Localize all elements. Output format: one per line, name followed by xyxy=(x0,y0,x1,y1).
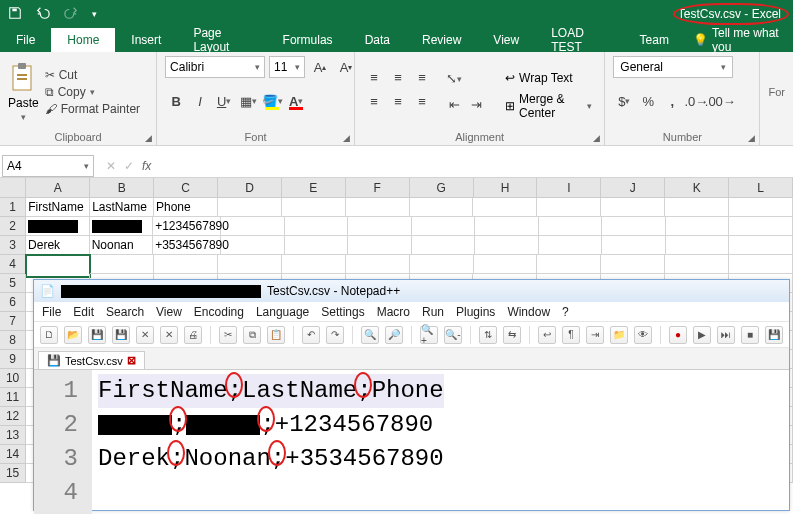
align-middle-button[interactable]: ≡ xyxy=(387,67,409,89)
npp-menu-help[interactable]: ? xyxy=(562,305,569,319)
italic-button[interactable]: I xyxy=(189,90,211,112)
decrease-font-button[interactable]: A▾ xyxy=(335,56,357,78)
npp-wrap-icon[interactable]: ↩ xyxy=(538,326,556,344)
cell[interactable] xyxy=(221,236,285,255)
cell[interactable] xyxy=(474,255,538,274)
npp-open-icon[interactable]: 📂 xyxy=(64,326,82,344)
cell[interactable] xyxy=(410,255,474,274)
col-head[interactable]: H xyxy=(474,178,538,198)
tell-me-search[interactable]: 💡 Tell me what you xyxy=(685,28,793,52)
cell[interactable]: +3534567890 xyxy=(153,236,221,255)
npp-code-area[interactable]: FirstName;LastName;Phone ;;+1234567890 D… xyxy=(92,370,450,514)
cell[interactable] xyxy=(412,236,476,255)
npp-close-icon[interactable]: ✕ xyxy=(136,326,154,344)
tab-load-test[interactable]: LOAD TEST xyxy=(535,28,623,52)
npp-menu-language[interactable]: Language xyxy=(256,305,309,319)
npp-title-bar[interactable]: 📄 TestCsv.csv - Notepad++ xyxy=(34,280,789,302)
row-head[interactable]: 8 xyxy=(0,331,26,350)
number-format-select[interactable]: General▾ xyxy=(613,56,733,78)
npp-menu-plugins[interactable]: Plugins xyxy=(456,305,495,319)
copy-button[interactable]: ⧉Copy▾ xyxy=(45,85,140,99)
cell[interactable] xyxy=(729,198,793,217)
dialog-launcher-icon[interactable]: ◢ xyxy=(343,133,350,143)
npp-zoomin-icon[interactable]: 🔍+ xyxy=(420,326,438,344)
cell[interactable] xyxy=(539,236,603,255)
col-head[interactable]: J xyxy=(601,178,665,198)
npp-menu-macro[interactable]: Macro xyxy=(377,305,410,319)
npp-menu-encoding[interactable]: Encoding xyxy=(194,305,244,319)
cell[interactable] xyxy=(602,217,666,236)
cell[interactable] xyxy=(729,255,793,274)
cell[interactable] xyxy=(475,236,539,255)
cell[interactable] xyxy=(539,217,603,236)
col-head[interactable]: F xyxy=(346,178,410,198)
npp-sync2-icon[interactable]: ⇆ xyxy=(503,326,521,344)
npp-menu-search[interactable]: Search xyxy=(106,305,144,319)
enter-formula-icon[interactable]: ✓ xyxy=(124,159,134,173)
paste-dropdown-icon[interactable]: ▾ xyxy=(21,112,26,122)
cell[interactable] xyxy=(90,255,154,274)
npp-menu-edit[interactable]: Edit xyxy=(73,305,94,319)
align-right-button[interactable]: ≡ xyxy=(411,91,433,113)
underline-button[interactable]: U▾ xyxy=(213,90,235,112)
row-head[interactable]: 10 xyxy=(0,369,26,388)
row-head[interactable]: 6 xyxy=(0,293,26,312)
col-head[interactable]: E xyxy=(282,178,346,198)
row-head[interactable]: 3 xyxy=(0,236,26,255)
cell[interactable] xyxy=(537,255,601,274)
row-head[interactable]: 14 xyxy=(0,445,26,464)
cell[interactable] xyxy=(601,255,665,274)
cell[interactable] xyxy=(665,198,729,217)
cell[interactable] xyxy=(475,217,539,236)
npp-new-icon[interactable]: 🗋 xyxy=(40,326,58,344)
font-name-select[interactable]: Calibri▾ xyxy=(165,56,265,78)
dialog-launcher-icon[interactable]: ◢ xyxy=(748,133,755,143)
npp-indent-icon[interactable]: ⇥ xyxy=(586,326,604,344)
save-icon[interactable] xyxy=(8,6,22,23)
cell[interactable] xyxy=(282,255,346,274)
npp-playmulti-icon[interactable]: ⏭ xyxy=(717,326,735,344)
cell[interactable] xyxy=(218,255,282,274)
dialog-launcher-icon[interactable]: ◢ xyxy=(593,133,600,143)
cell[interactable]: LastName xyxy=(90,198,154,217)
cell[interactable] xyxy=(218,198,282,217)
col-head[interactable]: G xyxy=(410,178,474,198)
select-all-corner[interactable] xyxy=(0,178,26,198)
cell[interactable] xyxy=(729,217,793,236)
row-head[interactable]: 15 xyxy=(0,464,26,483)
npp-savemacro-icon[interactable]: 💾 xyxy=(765,326,783,344)
name-box[interactable]: A4▾ xyxy=(2,155,94,177)
cell[interactable] xyxy=(665,255,729,274)
npp-print-icon[interactable]: 🖨 xyxy=(184,326,202,344)
row-head[interactable]: 12 xyxy=(0,407,26,426)
cell[interactable] xyxy=(221,217,285,236)
cell[interactable] xyxy=(601,198,665,217)
npp-saveall-icon[interactable]: 💾 xyxy=(112,326,130,344)
cell[interactable] xyxy=(729,236,793,255)
tab-data[interactable]: Data xyxy=(349,28,406,52)
tab-home[interactable]: Home xyxy=(51,28,115,52)
cell[interactable] xyxy=(537,198,601,217)
npp-find-icon[interactable]: 🔍 xyxy=(361,326,379,344)
decrease-decimal-button[interactable]: .00→ xyxy=(709,90,731,112)
tab-view[interactable]: View xyxy=(477,28,535,52)
cell[interactable] xyxy=(285,217,349,236)
increase-indent-button[interactable]: ⇥ xyxy=(465,94,487,116)
cell[interactable]: Phone xyxy=(154,198,218,217)
increase-font-button[interactable]: A▴ xyxy=(309,56,331,78)
npp-menu-view[interactable]: View xyxy=(156,305,182,319)
cut-button[interactable]: ✂Cut xyxy=(45,68,140,82)
col-head[interactable]: L xyxy=(729,178,793,198)
paste-button[interactable]: Paste ▾ xyxy=(8,62,39,122)
row-head[interactable]: 4 xyxy=(0,255,26,274)
dialog-launcher-icon[interactable]: ◢ xyxy=(145,133,152,143)
percent-button[interactable]: % xyxy=(637,90,659,112)
cell[interactable] xyxy=(154,255,218,274)
tab-insert[interactable]: Insert xyxy=(115,28,177,52)
orientation-button[interactable]: ⤡▾ xyxy=(443,68,465,90)
npp-save-icon[interactable]: 💾 xyxy=(88,326,106,344)
row-head[interactable]: 13 xyxy=(0,426,26,445)
bold-button[interactable]: B xyxy=(165,90,187,112)
cell[interactable] xyxy=(410,198,474,217)
undo-icon[interactable] xyxy=(36,6,50,23)
